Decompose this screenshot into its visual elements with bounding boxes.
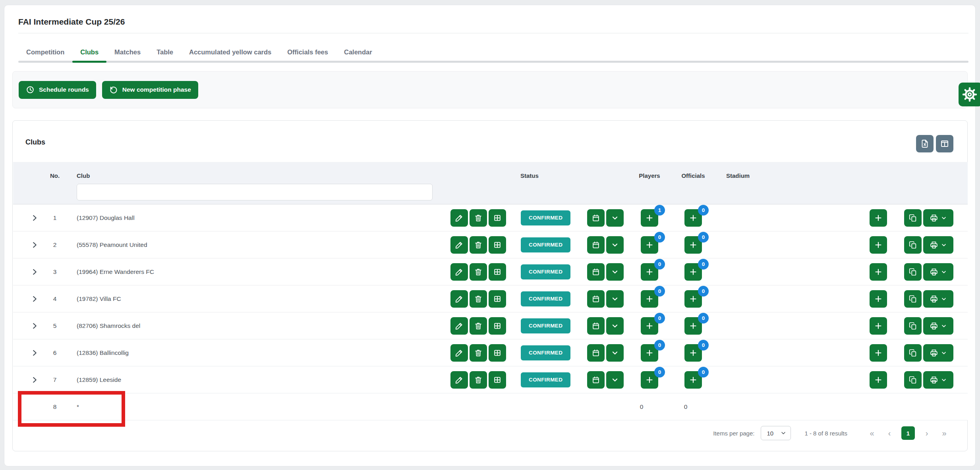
status-badge: CONFIRMED (521, 372, 570, 387)
expand-row-button[interactable] (30, 267, 39, 277)
status-dropdown-button[interactable] (606, 209, 624, 227)
print-club-button[interactable] (923, 290, 953, 308)
printer-icon (930, 322, 938, 330)
status-dropdown-button[interactable] (606, 290, 624, 308)
club-table-button[interactable] (489, 290, 506, 308)
tab-competition[interactable]: Competition (18, 43, 72, 61)
pencil-icon (455, 295, 464, 303)
tab-clubs[interactable]: Clubs (72, 43, 106, 61)
club-table-button[interactable] (489, 209, 506, 227)
edit-club-button[interactable] (450, 344, 468, 362)
edit-club-button[interactable] (450, 209, 468, 227)
add-stadium-button[interactable] (870, 290, 887, 308)
clubs-panel: Clubs No. Club Statu (12, 120, 968, 451)
delete-club-button[interactable] (470, 263, 487, 281)
status-dropdown-button[interactable] (606, 317, 624, 335)
print-club-button[interactable] (923, 371, 953, 389)
expand-row-button[interactable] (30, 321, 39, 331)
club-calendar-button[interactable] (587, 263, 605, 281)
expand-row-button[interactable] (30, 294, 39, 304)
club-calendar-button[interactable] (587, 209, 605, 227)
chevron-down-icon (941, 296, 947, 302)
edit-club-button[interactable] (450, 371, 468, 389)
edit-club-button[interactable] (450, 290, 468, 308)
edit-club-button[interactable] (450, 317, 468, 335)
status-dropdown-button[interactable] (606, 236, 624, 254)
copy-icon (908, 295, 917, 303)
delete-club-button[interactable] (470, 371, 487, 389)
plus-icon (645, 294, 654, 304)
edit-club-button[interactable] (450, 263, 468, 281)
tab-matches[interactable]: Matches (106, 43, 149, 61)
club-calendar-button[interactable] (587, 371, 605, 389)
edit-club-button[interactable] (450, 236, 468, 254)
copy-club-button[interactable] (904, 290, 922, 308)
calendar-icon (591, 349, 600, 357)
copy-club-button[interactable] (904, 344, 922, 362)
chevron-down-icon (941, 377, 947, 383)
tab-accumulated-yellow-cards[interactable]: Accumulated yellow cards (181, 43, 279, 61)
add-stadium-button[interactable] (870, 317, 887, 335)
club-calendar-button[interactable] (587, 290, 605, 308)
status-dropdown-button[interactable] (606, 344, 624, 362)
settings-flyout-button[interactable] (959, 83, 980, 106)
new-competition-phase-button[interactable]: New competition phase (102, 81, 198, 99)
current-page-button[interactable]: 1 (901, 426, 915, 440)
copy-club-button[interactable] (904, 236, 922, 254)
copy-club-button[interactable] (904, 317, 922, 335)
copy-club-button[interactable] (904, 371, 922, 389)
status-dropdown-button[interactable] (606, 371, 624, 389)
row-number: 4 (53, 295, 57, 302)
delete-club-button[interactable] (470, 209, 487, 227)
next-page-button[interactable]: › (922, 429, 932, 438)
delete-club-button[interactable] (470, 317, 487, 335)
expand-row-button[interactable] (30, 213, 39, 223)
schedule-rounds-button[interactable]: Schedule rounds (19, 81, 96, 99)
club-table-button[interactable] (489, 317, 506, 335)
col-header-no: No. (50, 172, 60, 179)
add-stadium-button[interactable] (870, 236, 887, 254)
expand-row-button[interactable] (30, 375, 39, 385)
delete-club-button[interactable] (470, 344, 487, 362)
club-table-button[interactable] (489, 371, 506, 389)
print-club-button[interactable] (923, 344, 953, 362)
add-stadium-button[interactable] (870, 344, 887, 362)
chevron-right-icon (30, 322, 39, 330)
status-dropdown-button[interactable] (606, 263, 624, 281)
column-settings-button[interactable] (936, 135, 953, 152)
club-calendar-button[interactable] (587, 236, 605, 254)
club-calendar-button[interactable] (587, 317, 605, 335)
delete-club-button[interactable] (470, 290, 487, 308)
add-stadium-button[interactable] (870, 371, 887, 389)
copy-club-button[interactable] (904, 263, 922, 281)
plus-icon (688, 213, 698, 223)
players-count-badge: 0 (654, 286, 665, 297)
print-club-button[interactable] (923, 236, 953, 254)
print-club-button[interactable] (923, 263, 953, 281)
prev-page-button[interactable]: ‹ (885, 429, 894, 438)
chevron-down-icon (611, 349, 619, 357)
copy-club-button[interactable] (904, 209, 922, 227)
add-stadium-button[interactable] (870, 263, 887, 281)
delete-club-button[interactable] (470, 236, 487, 254)
expand-row-button[interactable] (30, 348, 39, 358)
first-page-button[interactable]: « (867, 429, 877, 438)
tab-table[interactable]: Table (149, 43, 181, 61)
calendar-icon (591, 241, 600, 249)
plus-icon (874, 348, 883, 358)
club-table-button[interactable] (489, 344, 506, 362)
tab-calendar[interactable]: Calendar (336, 43, 380, 61)
tab-officials-fees[interactable]: Officials fees (279, 43, 336, 61)
expand-row-button[interactable] (30, 240, 39, 250)
export-excel-button[interactable] (916, 135, 934, 152)
table-grid-icon (493, 214, 502, 222)
print-club-button[interactable] (923, 209, 953, 227)
last-page-button[interactable]: » (939, 429, 949, 438)
add-stadium-button[interactable] (870, 209, 887, 227)
club-filter-input[interactable] (77, 184, 433, 200)
club-table-button[interactable] (489, 236, 506, 254)
print-club-button[interactable] (923, 317, 953, 335)
club-calendar-button[interactable] (587, 344, 605, 362)
items-per-page-select[interactable]: 10 (761, 426, 791, 440)
club-table-button[interactable] (489, 263, 506, 281)
